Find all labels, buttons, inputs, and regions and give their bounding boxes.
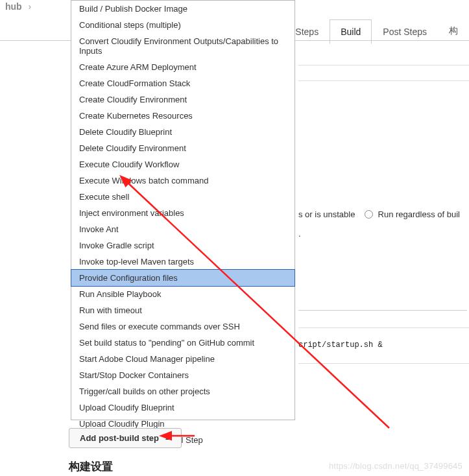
- chevron-right-icon: ›: [25, 1, 36, 12]
- text-dot: .: [298, 229, 301, 239]
- dropdown-item[interactable]: Convert Cloudify Environment Outputs/Cap…: [71, 33, 295, 59]
- breadcrumb-item[interactable]: hub: [5, 1, 22, 12]
- dropdown-item[interactable]: Set build status to "pending" on GitHub …: [71, 335, 295, 351]
- text-fragment-unstable: s or is unstable: [298, 209, 355, 219]
- dropdown-item[interactable]: Trigger/call builds on other projects: [71, 383, 295, 399]
- dropdown-item[interactable]: Invoke Gradle script: [71, 237, 295, 254]
- dropdown-item[interactable]: Provide Configuration files: [71, 269, 295, 287]
- code-box-bottom: [298, 363, 469, 364]
- dropdown-item[interactable]: Send files or execute commands over SSH: [71, 318, 295, 335]
- script-path-fragment: cript/startup.sh &: [298, 340, 383, 350]
- dropdown-item[interactable]: Execute Windows batch command: [71, 173, 295, 189]
- dropdown-item[interactable]: Build / Publish Docker Image: [71, 1, 295, 17]
- dropdown-item[interactable]: Start/Stop Docker Containers: [71, 367, 295, 383]
- code-box-top: [298, 310, 467, 311]
- dropdown-item[interactable]: Run Ansible Playbook: [71, 286, 295, 302]
- watermark-text: https://blog.csdn.net/qq_37499645: [329, 461, 463, 471]
- dropdown-item[interactable]: Execute shell: [71, 189, 295, 205]
- dropdown-item[interactable]: Invoke top-level Maven targets: [71, 254, 295, 270]
- field-border: [298, 65, 469, 65]
- dropdown-item[interactable]: Run with timeout: [71, 302, 295, 318]
- radio-run-regardless[interactable]: [365, 210, 373, 219]
- dropdown-item[interactable]: Delete Cloudify Environment: [71, 140, 295, 156]
- dropdown-item[interactable]: Invoke Ant: [71, 221, 295, 237]
- field-border: [298, 80, 469, 81]
- add-post-build-step-button[interactable]: Add post-build step: [69, 428, 182, 448]
- dropdown-item[interactable]: Upload Cloudify Blueprint: [71, 399, 295, 416]
- dropdown-item[interactable]: Conditional steps (multiple): [71, 17, 295, 33]
- add-post-build-step-label: Add post-build step: [80, 433, 159, 443]
- dropdown-item[interactable]: Execute Cloudify Workflow: [71, 156, 295, 173]
- dropdown-item[interactable]: Create CloudFormation Stack: [71, 75, 295, 91]
- build-step-dropdown[interactable]: Build / Publish Docker ImageConditional …: [71, 0, 295, 420]
- dropdown-item[interactable]: Create Cloudify Environment: [71, 91, 295, 108]
- dropdown-item[interactable]: Start Adobe Cloud Manager pipeline: [71, 351, 295, 367]
- dropdown-item[interactable]: Delete Cloudify Blueprint: [71, 124, 295, 140]
- code-box-inner: [298, 327, 469, 328]
- radio-row-fragment: s or is unstable Run regardless of buil: [298, 209, 460, 219]
- dropdown-item[interactable]: Inject environment variables: [71, 205, 295, 221]
- dropdown-item[interactable]: Create Kubernetes Resources: [71, 108, 295, 124]
- section-build-settings: 构建设置: [69, 459, 113, 474]
- dropdown-item[interactable]: Create Azure ARM Deployment: [71, 59, 295, 75]
- text-fragment-run-regardless: Run regardless of buil: [378, 209, 460, 219]
- caret-up-icon: [165, 436, 171, 440]
